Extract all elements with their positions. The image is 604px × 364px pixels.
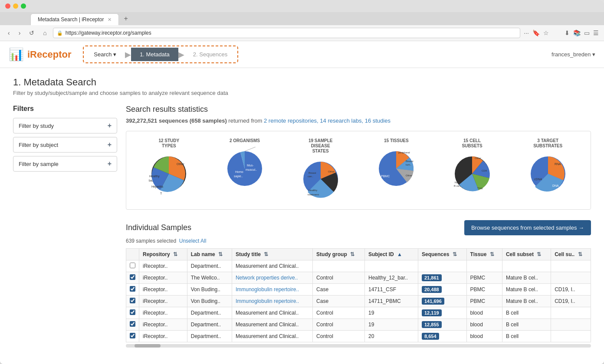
- cell-cell-subset: Mature B cel..: [502, 272, 551, 284]
- filter-study-plus: +: [108, 122, 112, 130]
- cell-lab: Department..: [187, 260, 232, 272]
- reader-icon[interactable]: ▭: [584, 29, 590, 36]
- row-checkbox[interactable]: [130, 321, 135, 327]
- cell-sequences: [418, 260, 466, 272]
- cell-cell-subset: B cell: [502, 307, 551, 319]
- study-title-text: Measurement and Clinical..: [236, 333, 299, 339]
- new-tab-button[interactable]: +: [120, 12, 132, 25]
- stats-summary-suffix: returned from: [228, 117, 264, 124]
- cell-sequences: 20,488: [418, 284, 466, 296]
- table-row: iReceptor.. Von Buding.. Immunoglobulin …: [126, 296, 591, 307]
- study-title-link[interactable]: Network properties derive..: [236, 275, 298, 281]
- col-study-title[interactable]: Study title ⇅: [232, 249, 312, 260]
- svg-text:Naive: Naive: [455, 181, 462, 184]
- samples-header: Individual Samples Browse sequences from…: [126, 220, 591, 235]
- col-study-group[interactable]: Study group ⇅: [313, 249, 365, 260]
- scrollbar-thumb[interactable]: [135, 344, 161, 348]
- cell-study-group: [313, 260, 365, 272]
- security-icon: 🔒: [57, 30, 63, 36]
- stats-repositories-link[interactable]: 2 remote repositories, 14 research labs,…: [264, 117, 391, 124]
- row-checkbox-cell[interactable]: [126, 331, 139, 342]
- row-checkbox[interactable]: [130, 298, 135, 303]
- col-lab-name[interactable]: Lab name ⇅: [187, 249, 232, 260]
- svg-text:Other: Other: [328, 170, 335, 173]
- url-text: https://gateway.ireceptor.org/samples: [66, 30, 517, 36]
- sequences-step[interactable]: 2. Sequences: [184, 49, 236, 60]
- chart-disease-states: 19 SAMPLEDISEASESTATES Breast can..: [285, 138, 356, 202]
- samples-table: Repository ⇅ Lab name ⇅ Study title ⇅ St…: [126, 248, 591, 342]
- home-button[interactable]: ⌂: [40, 28, 49, 38]
- cell-sequences: 8,654: [418, 331, 466, 342]
- bookmark-icon[interactable]: 🔖: [532, 29, 540, 36]
- traffic-light-green[interactable]: [21, 3, 26, 9]
- col-cell-su[interactable]: Cell su.. ⇅: [551, 249, 591, 260]
- sequences-badge: 12,119: [422, 309, 442, 316]
- row-checkbox[interactable]: [130, 274, 135, 280]
- cell-subject-id: 14711_CSF: [364, 284, 418, 296]
- logo-icon: 📊: [9, 47, 24, 62]
- cell-study: Measurement and Clinical..: [232, 307, 312, 319]
- download-icon[interactable]: ⬇: [565, 29, 570, 36]
- browse-sequences-button[interactable]: Browse sequences from selected samples →: [464, 220, 591, 235]
- table-row: iReceptor.. The Wellco.. Network propert…: [126, 272, 591, 284]
- cell-tissue: [466, 260, 502, 272]
- filter-by-subject[interactable]: Filter by subject +: [13, 137, 117, 153]
- forward-button[interactable]: ›: [16, 28, 23, 38]
- svg-text:Homo: Homo: [235, 170, 243, 173]
- table-wrapper: Repository ⇅ Lab name ⇅ Study title ⇅ St…: [126, 248, 591, 348]
- sequences-badge: 141,696: [422, 298, 444, 305]
- col-sequences[interactable]: Sequences ⇅: [418, 249, 466, 260]
- col-tissue[interactable]: Tissue ⇅: [466, 249, 502, 260]
- svg-text:cDNA: cDNA: [534, 178, 542, 181]
- cell-lab: Von Buding..: [187, 284, 232, 296]
- filter-by-sample[interactable]: Filter by sample +: [13, 156, 117, 172]
- row-checkbox-cell[interactable]: [126, 284, 139, 296]
- tab-title: Metadata Search | iReceptor: [38, 16, 104, 23]
- cell-study: Immunoglobulin repertoire..: [232, 284, 312, 296]
- cell-repository: iReceptor..: [139, 319, 187, 331]
- user-info[interactable]: frances_breden ▾: [551, 51, 595, 58]
- row-checkbox[interactable]: [130, 263, 135, 268]
- browser-tab[interactable]: Metadata Search | iReceptor ✕: [30, 13, 119, 25]
- col-repository[interactable]: Repository ⇅: [139, 249, 187, 260]
- horizontal-scrollbar[interactable]: [126, 344, 591, 348]
- cell-cell-su: [551, 307, 591, 319]
- row-checkbox[interactable]: [130, 333, 135, 338]
- row-checkbox-cell[interactable]: [126, 296, 139, 307]
- cell-tissue: PBMC: [466, 296, 502, 307]
- step-arrow-2: ▶: [178, 50, 184, 59]
- chart-organisms: 2 ORGANISMS Homo sapie.. Mus- muscul..: [209, 138, 281, 192]
- row-checkbox[interactable]: [130, 286, 135, 292]
- study-title-link[interactable]: Immunoglobulin repertoire..: [236, 298, 299, 304]
- col-subject-id[interactable]: Subject ID ▲: [364, 249, 418, 260]
- traffic-light-yellow[interactable]: [13, 3, 18, 9]
- row-checkbox-cell[interactable]: [126, 307, 139, 319]
- back-button[interactable]: ‹: [5, 28, 13, 38]
- svg-text:tum..: tum..: [406, 163, 412, 166]
- col-cell-subset[interactable]: Cell subset ⇅: [502, 249, 551, 260]
- filter-by-study[interactable]: Filter by study +: [13, 118, 117, 133]
- metadata-step[interactable]: 1. Metadata: [131, 48, 178, 61]
- address-bar[interactable]: 🔒 https://gateway.ireceptor.org/samples: [53, 28, 521, 38]
- traffic-light-red[interactable]: [5, 3, 10, 9]
- row-checkbox[interactable]: [130, 309, 135, 315]
- search-step[interactable]: Search ▾: [85, 49, 125, 60]
- menu-icon[interactable]: ☰: [593, 29, 599, 36]
- sequences-badge: 20,488: [422, 286, 442, 293]
- cell-repository: iReceptor..: [139, 260, 187, 272]
- star-icon[interactable]: ☆: [543, 29, 549, 36]
- unselect-all-link[interactable]: Unselect All: [179, 238, 207, 244]
- more-options-icon[interactable]: ···: [524, 29, 529, 36]
- row-checkbox-cell[interactable]: [126, 319, 139, 331]
- cell-study: Measurement and Clinical..: [232, 319, 312, 331]
- row-checkbox-cell[interactable]: [126, 272, 139, 284]
- filter-subject-plus: +: [108, 141, 112, 149]
- study-title-link[interactable]: Immunoglobulin repertoire..: [236, 286, 299, 292]
- reload-button[interactable]: ↺: [26, 28, 37, 38]
- svg-text:can..: can..: [308, 175, 313, 178]
- svg-text:DNA: DNA: [552, 184, 559, 187]
- cell-cell-su: CD19, I..: [551, 284, 591, 296]
- library-icon[interactable]: 📚: [573, 29, 581, 36]
- tab-close-button[interactable]: ✕: [108, 17, 112, 23]
- row-checkbox-cell[interactable]: [126, 260, 139, 272]
